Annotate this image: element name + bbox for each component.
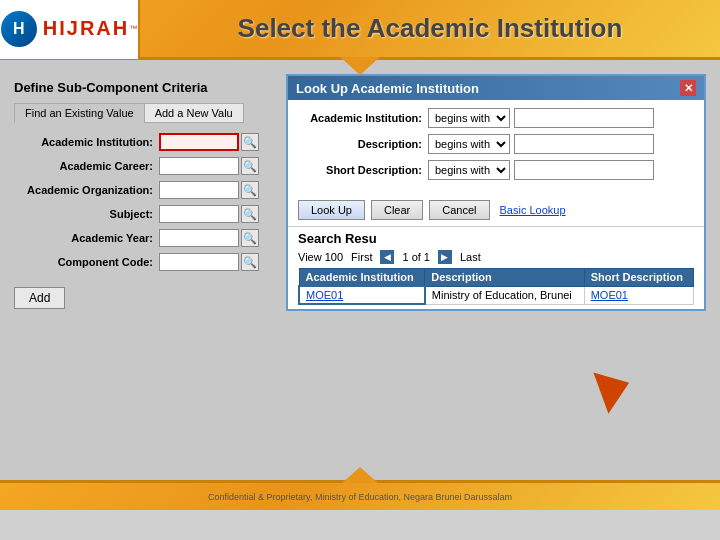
pagination-last[interactable]: Last xyxy=(460,251,481,263)
input-subject[interactable] xyxy=(159,205,239,223)
popup-title: Look Up Academic Institution xyxy=(296,81,479,96)
popup-close-button[interactable]: ✕ xyxy=(680,80,696,96)
logo-text: HIJRAH xyxy=(43,17,129,40)
header: H HIJRAH™ Select the Academic Institutio… xyxy=(0,0,720,60)
popup-body: Academic Institution: begins with contai… xyxy=(288,100,704,194)
col-header-short-desc: Short Description xyxy=(584,269,693,287)
add-button[interactable]: Add xyxy=(14,287,65,309)
basic-lookup-link[interactable]: Basic Lookup xyxy=(500,204,566,216)
cell-description: Ministry of Education, Brunei xyxy=(425,286,584,304)
popup-row-academic-institution: Academic Institution: begins with contai… xyxy=(298,108,694,128)
clear-button[interactable]: Clear xyxy=(371,200,423,220)
tab-row: Find an Existing Value Add a New Valu xyxy=(14,103,266,123)
form-row-academic-institution: Academic Institution: 🔍 xyxy=(14,133,266,151)
footer: Confidential & Proprietary, Ministry of … xyxy=(0,480,720,510)
col-header-description: Description xyxy=(425,269,584,287)
cell-short-desc[interactable]: MOE01 xyxy=(584,286,693,304)
input-academic-year[interactable] xyxy=(159,229,239,247)
label-academic-career: Academic Career: xyxy=(14,160,159,172)
popup-select-academic-institution[interactable]: begins with contains ends with xyxy=(428,108,510,128)
cancel-button[interactable]: Cancel xyxy=(429,200,489,220)
popup-buttons-row: Look Up Clear Cancel Basic Lookup xyxy=(288,194,704,226)
label-academic-year: Academic Year: xyxy=(14,232,159,244)
search-btn-academic-institution[interactable]: 🔍 xyxy=(241,133,259,151)
search-btn-academic-year[interactable]: 🔍 xyxy=(241,229,259,247)
popup-select-short-description[interactable]: begins with contains xyxy=(428,160,510,180)
input-academic-organization[interactable] xyxy=(159,181,239,199)
form-row-academic-organization: Academic Organization: 🔍 xyxy=(14,181,266,199)
results-meta: View 100 First ◀ 1 of 1 ▶ Last xyxy=(298,250,694,264)
tab-find-existing[interactable]: Find an Existing Value xyxy=(14,103,144,123)
cell-institution[interactable]: MOE01 xyxy=(299,286,425,304)
header-title: Select the Academic Institution xyxy=(140,13,720,44)
form-row-component-code: Component Code: 🔍 xyxy=(14,253,266,271)
form-row-academic-career: Academic Career: 🔍 xyxy=(14,157,266,175)
lookup-button[interactable]: Look Up xyxy=(298,200,365,220)
input-component-code[interactable] xyxy=(159,253,239,271)
logo-tm: ™ xyxy=(129,24,137,33)
search-btn-subject[interactable]: 🔍 xyxy=(241,205,259,223)
search-btn-academic-career[interactable]: 🔍 xyxy=(241,157,259,175)
short-desc-link[interactable]: MOE01 xyxy=(591,289,628,301)
pagination-first[interactable]: First xyxy=(351,251,372,263)
popup-input-academic-institution[interactable] xyxy=(514,108,654,128)
table-row: MOE01 Ministry of Education, Brunei MOE0… xyxy=(299,286,694,304)
search-btn-component-code[interactable]: 🔍 xyxy=(241,253,259,271)
nav-prev-button[interactable]: ◀ xyxy=(380,250,394,264)
arrow-indicator xyxy=(593,362,636,414)
footer-arrow-up xyxy=(342,467,378,483)
col-header-institution: Academic Institution xyxy=(299,269,425,287)
form-row-subject: Subject: 🔍 xyxy=(14,205,266,223)
footer-text: Confidential & Proprietary, Ministry of … xyxy=(208,492,512,502)
logo-area: H HIJRAH™ xyxy=(0,0,140,59)
popup-label-short-description: Short Description: xyxy=(298,164,428,176)
logo-icon: H xyxy=(1,11,37,47)
lookup-popup: Look Up Academic Institution ✕ Academic … xyxy=(286,74,706,311)
nav-next-button[interactable]: ▶ xyxy=(438,250,452,264)
results-table: Academic Institution Description Short D… xyxy=(298,268,694,305)
input-academic-institution[interactable] xyxy=(159,133,239,151)
form-row-academic-year: Academic Year: 🔍 xyxy=(14,229,266,247)
left-panel-title: Define Sub-Component Criteria xyxy=(14,80,266,95)
label-subject: Subject: xyxy=(14,208,159,220)
results-title: Search Resu xyxy=(298,231,694,246)
label-academic-organization: Academic Organization: xyxy=(14,184,159,196)
tab-add-new[interactable]: Add a New Valu xyxy=(144,103,244,123)
left-panel: Define Sub-Component Criteria Find an Ex… xyxy=(0,70,280,480)
popup-row-description: Description: begins with contains xyxy=(298,134,694,154)
right-panel: Look Up Academic Institution ✕ Academic … xyxy=(280,70,720,480)
main-content: Define Sub-Component Criteria Find an Ex… xyxy=(0,60,720,480)
popup-row-short-description: Short Description: begins with contains xyxy=(298,160,694,180)
institution-link[interactable]: MOE01 xyxy=(306,289,343,301)
popup-label-description: Description: xyxy=(298,138,428,150)
label-academic-institution: Academic Institution: xyxy=(14,136,159,148)
popup-header: Look Up Academic Institution ✕ xyxy=(288,76,704,100)
pagination-info: 1 of 1 xyxy=(402,251,430,263)
popup-input-short-description[interactable] xyxy=(514,160,654,180)
search-results: Search Resu View 100 First ◀ 1 of 1 ▶ La… xyxy=(288,226,704,309)
popup-input-description[interactable] xyxy=(514,134,654,154)
search-btn-academic-organization[interactable]: 🔍 xyxy=(241,181,259,199)
header-arrow-indicator xyxy=(340,57,380,75)
view-100-label: View 100 xyxy=(298,251,343,263)
input-academic-career[interactable] xyxy=(159,157,239,175)
table-header-row: Academic Institution Description Short D… xyxy=(299,269,694,287)
popup-label-academic-institution: Academic Institution: xyxy=(298,112,428,124)
label-component-code: Component Code: xyxy=(14,256,159,268)
popup-select-description[interactable]: begins with contains xyxy=(428,134,510,154)
